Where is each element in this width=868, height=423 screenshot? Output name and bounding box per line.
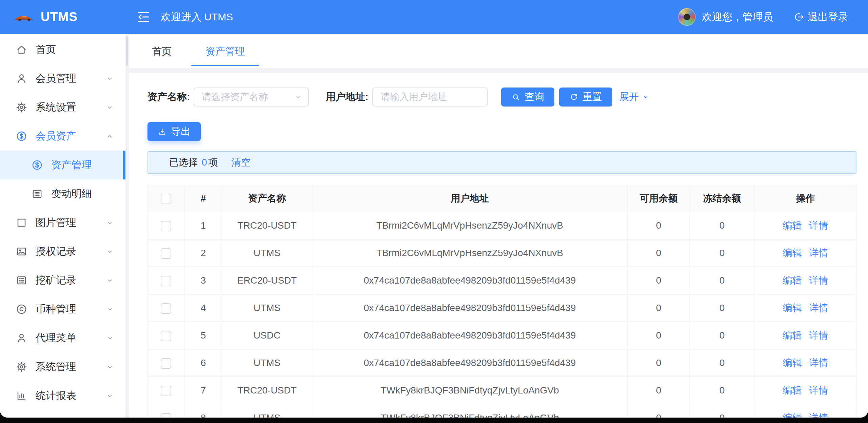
details-link[interactable]: 详情 bbox=[809, 220, 828, 231]
edit-link[interactable]: 编辑 bbox=[783, 303, 802, 313]
tab-asset-management[interactable]: 资产管理 bbox=[191, 35, 259, 68]
user-address: TWkFy8krBJQF3BNiFdtyqZjvLtyLoAnGVb bbox=[312, 404, 628, 418]
row-actions: 编辑详情 bbox=[754, 212, 857, 239]
sidebar-item-label: 变动明细 bbox=[51, 187, 92, 201]
row-checkbox[interactable] bbox=[161, 248, 171, 259]
row-actions: 编辑详情 bbox=[754, 377, 857, 404]
frozen-balance: 0 bbox=[690, 239, 754, 267]
chevron-down-icon bbox=[106, 392, 114, 400]
row-index: 4 bbox=[185, 294, 222, 322]
reset-button-label: 重置 bbox=[583, 90, 602, 104]
details-link[interactable]: 详情 bbox=[809, 412, 828, 418]
search-button[interactable]: 查询 bbox=[501, 88, 554, 107]
edit-link[interactable]: 编辑 bbox=[783, 248, 802, 258]
sidebar-item-agent-menu[interactable]: 代理菜单 bbox=[0, 324, 125, 352]
edit-link[interactable]: 编辑 bbox=[783, 275, 802, 286]
refresh-icon bbox=[569, 93, 578, 102]
row-checkbox[interactable] bbox=[161, 303, 171, 314]
chevron-down-icon bbox=[106, 219, 114, 227]
tab-bar: 首页资产管理 bbox=[129, 35, 868, 68]
sidebar-item-currency-management[interactable]: 币种管理 bbox=[0, 295, 125, 324]
export-button[interactable]: 导出 bbox=[147, 122, 201, 141]
row-checkbox[interactable] bbox=[161, 276, 171, 286]
sidebar-scrollbar-thumb[interactable] bbox=[126, 36, 128, 66]
select-all-checkbox[interactable] bbox=[161, 194, 171, 204]
user-address-input[interactable] bbox=[372, 88, 488, 107]
sidebar-item-label: 授权记录 bbox=[36, 245, 76, 258]
sidebar-item-label: 会员资产 bbox=[36, 129, 76, 143]
details-link[interactable]: 详情 bbox=[809, 358, 828, 368]
top-header: UTMS 欢迎进入 UTMS 欢迎您，管理员 退出登录 bbox=[0, 0, 868, 34]
frozen-balance: 0 bbox=[690, 322, 754, 349]
row-checkbox[interactable] bbox=[161, 358, 171, 369]
details-link[interactable]: 详情 bbox=[809, 303, 828, 313]
copyright-icon bbox=[16, 303, 27, 315]
details-link[interactable]: 详情 bbox=[809, 275, 828, 286]
brand-title: UTMS bbox=[41, 10, 78, 24]
reset-button[interactable]: 重置 bbox=[559, 88, 612, 107]
details-link[interactable]: 详情 bbox=[809, 385, 828, 396]
sidebar-item-change-details[interactable]: 变动明细 bbox=[0, 179, 125, 208]
selection-suffix: 项 bbox=[209, 156, 218, 169]
available-balance: 0 bbox=[628, 267, 690, 294]
asset-name-placeholder: 请选择资产名称 bbox=[202, 91, 294, 103]
asset-name: UTMS bbox=[222, 349, 312, 377]
row-actions: 编辑详情 bbox=[754, 239, 857, 267]
row-checkbox[interactable] bbox=[161, 413, 171, 418]
edit-link[interactable]: 编辑 bbox=[783, 220, 802, 231]
sidebar-item-mining-records[interactable]: 挖矿记录 bbox=[0, 266, 125, 295]
selection-count: 0 bbox=[202, 157, 207, 168]
search-button-label: 查询 bbox=[525, 90, 544, 104]
table-row: 4UTMS0x74ca107de8a8abfee498209b3fd01159e… bbox=[147, 294, 857, 322]
sidebar-item-image-management[interactable]: 图片管理 bbox=[0, 208, 125, 237]
edit-link[interactable]: 编辑 bbox=[783, 358, 802, 368]
row-index: 6 bbox=[185, 349, 222, 377]
sidebar-item-authorization-records[interactable]: 授权记录 bbox=[0, 237, 125, 266]
expand-link[interactable]: 展开 bbox=[619, 90, 650, 104]
row-index: 8 bbox=[185, 404, 222, 418]
edit-link[interactable]: 编辑 bbox=[783, 330, 802, 341]
tab-home[interactable]: 首页 bbox=[152, 35, 172, 68]
menu-fold-icon[interactable] bbox=[136, 9, 151, 24]
clear-selection-link[interactable]: 清空 bbox=[232, 156, 251, 169]
frozen-balance: 0 bbox=[690, 404, 754, 418]
chevron-down-icon bbox=[106, 75, 114, 83]
row-checkbox[interactable] bbox=[161, 221, 171, 231]
welcome-title: 欢迎进入 UTMS bbox=[161, 10, 233, 24]
table-row: 5USDC0x74ca107de8a8abfee498209b3fd01159e… bbox=[147, 322, 857, 349]
sidebar-item-member-management[interactable]: 会员管理 bbox=[0, 64, 125, 93]
avatar[interactable] bbox=[678, 8, 696, 26]
selection-prefix: 已选择 bbox=[169, 156, 198, 169]
row-checkbox[interactable] bbox=[161, 331, 171, 341]
asset-name-select[interactable]: 请选择资产名称 bbox=[194, 88, 309, 107]
sidebar-item-label: 资产管理 bbox=[51, 158, 92, 172]
asset-name: ERC20-USDT bbox=[222, 267, 312, 294]
user-address: TBrmi2C6vMLqMrVpHsenzZ59yJo4NXnuvB bbox=[312, 212, 628, 239]
user-icon bbox=[16, 73, 27, 84]
details-link[interactable]: 详情 bbox=[809, 330, 828, 341]
table-row: 3ERC20-USDT0x74ca107de8a8abfee498209b3fd… bbox=[147, 267, 857, 294]
column-header: 用户地址 bbox=[312, 185, 628, 212]
sidebar-item-system-management[interactable]: 系统管理 bbox=[0, 352, 125, 381]
user-address: TBrmi2C6vMLqMrVpHsenzZ59yJo4NXnuvB bbox=[312, 239, 628, 267]
logout-icon bbox=[793, 12, 804, 22]
sidebar-item-asset-management[interactable]: 资产管理 bbox=[0, 151, 125, 179]
sidebar-item-statistics-report[interactable]: 统计报表 bbox=[0, 381, 125, 410]
user-icon bbox=[16, 332, 27, 344]
app-window: UTMS 欢迎进入 UTMS 欢迎您，管理员 退出登录 首页会员管理系统设置会员… bbox=[0, 0, 868, 418]
sidebar-item-home[interactable]: 首页 bbox=[0, 35, 125, 64]
row-index: 7 bbox=[185, 377, 222, 404]
sidebar-item-system-settings[interactable]: 系统设置 bbox=[0, 93, 125, 122]
asset-name: UTMS bbox=[222, 294, 312, 322]
edit-link[interactable]: 编辑 bbox=[783, 385, 802, 396]
sidebar-item-label: 币种管理 bbox=[36, 302, 76, 316]
row-checkbox[interactable] bbox=[161, 386, 171, 396]
logout-button[interactable]: 退出登录 bbox=[793, 10, 848, 24]
car-logo-icon bbox=[14, 13, 35, 22]
dollar-circle-icon bbox=[16, 130, 27, 142]
chevron-down-icon bbox=[106, 248, 114, 256]
edit-link[interactable]: 编辑 bbox=[783, 412, 802, 418]
sidebar-item-member-assets[interactable]: 会员资产 bbox=[0, 122, 125, 151]
row-index: 5 bbox=[185, 322, 222, 349]
details-link[interactable]: 详情 bbox=[809, 248, 828, 258]
